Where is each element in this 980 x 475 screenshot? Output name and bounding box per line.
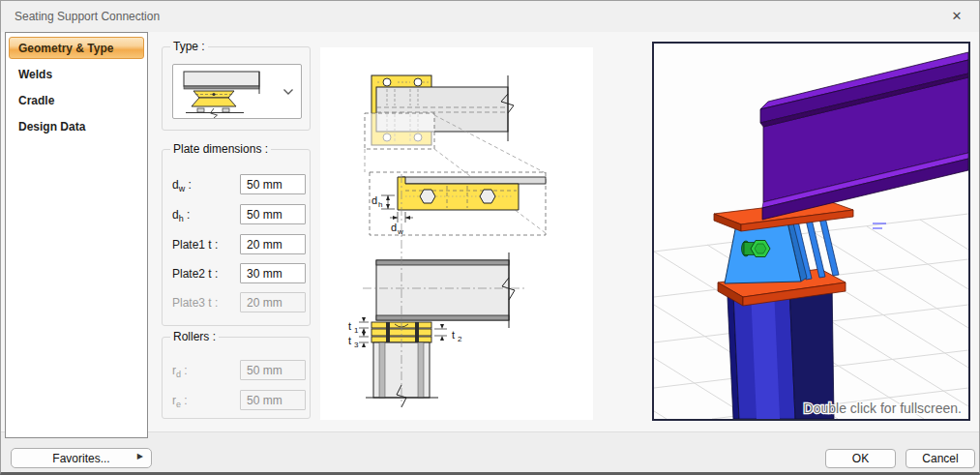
dh-label: dh : xyxy=(172,208,190,222)
ok-button[interactable]: OK xyxy=(825,449,896,468)
rd-input xyxy=(240,360,306,380)
plate1-t-input[interactable] xyxy=(240,234,306,254)
dh-input[interactable] xyxy=(240,204,306,224)
titlebar: Seating Support Connection ✕ xyxy=(1,1,979,32)
re-label: re : xyxy=(172,394,188,407)
type-group: Type : xyxy=(162,46,311,131)
sidebar-item-geometry-type[interactable]: Geometry & Type xyxy=(9,37,144,59)
svg-text:t: t xyxy=(348,335,351,346)
preview-3d-viewport[interactable]: Double click for fullscreen. xyxy=(652,42,970,421)
rd-label: rd : xyxy=(172,364,188,377)
favorites-arrow-icon: ▶ xyxy=(137,452,143,460)
fullscreen-hint: Double click for fullscreen. xyxy=(804,401,962,416)
type-group-label: Type : xyxy=(170,40,208,53)
svg-text:d: d xyxy=(371,194,377,206)
cancel-button[interactable]: Cancel xyxy=(906,449,975,468)
connection-diagram: d h d w t 1 t 3 t 2 xyxy=(320,47,593,420)
svg-text:h: h xyxy=(378,200,382,209)
seating-support-connection-dialog: Seating Support Connection ✕ Geometry & … xyxy=(0,0,980,475)
svg-text:t: t xyxy=(348,320,351,332)
bolt-3d xyxy=(742,241,771,257)
plate2-t-label: Plate2 t : xyxy=(172,267,218,281)
sidebar-item-welds[interactable]: Welds xyxy=(9,63,144,85)
re-input xyxy=(240,390,306,410)
sidebar-item-design-data[interactable]: Design Data xyxy=(9,115,144,137)
dw-input[interactable] xyxy=(240,174,306,194)
sidebar: Geometry & Type Welds Cradle Design Data xyxy=(5,32,148,438)
chevron-down-icon xyxy=(282,88,294,96)
close-icon[interactable]: ✕ xyxy=(944,7,969,26)
svg-text:w: w xyxy=(397,227,403,236)
plate-dimensions-label: Plate dimensions : xyxy=(170,142,271,156)
type-dropdown[interactable] xyxy=(172,64,302,119)
plate3-t-label: Plate3 t : xyxy=(172,296,218,310)
dw-label: dw : xyxy=(172,178,192,192)
sidebar-item-cradle[interactable]: Cradle xyxy=(9,89,144,111)
plate1-t-label: Plate1 t : xyxy=(172,238,218,252)
rollers-label: Rollers : xyxy=(170,330,219,343)
favorites-button[interactable]: Favorites... ▶ xyxy=(11,448,152,468)
svg-text:1: 1 xyxy=(354,326,359,335)
type-option-icon xyxy=(176,67,271,118)
plate2-t-input[interactable] xyxy=(240,263,306,283)
plate3-t-input xyxy=(240,292,306,312)
plate-dimensions-group: Plate dimensions : dw : dh : Plate1 t : … xyxy=(162,149,311,326)
window-title: Seating Support Connection xyxy=(15,10,160,23)
svg-text:t: t xyxy=(452,329,455,341)
svg-text:2: 2 xyxy=(458,335,462,343)
favorites-label: Favorites... xyxy=(52,452,109,465)
svg-text:d: d xyxy=(391,222,397,233)
rollers-group: Rollers : rd : re : xyxy=(162,337,311,419)
svg-text:3: 3 xyxy=(354,341,359,349)
